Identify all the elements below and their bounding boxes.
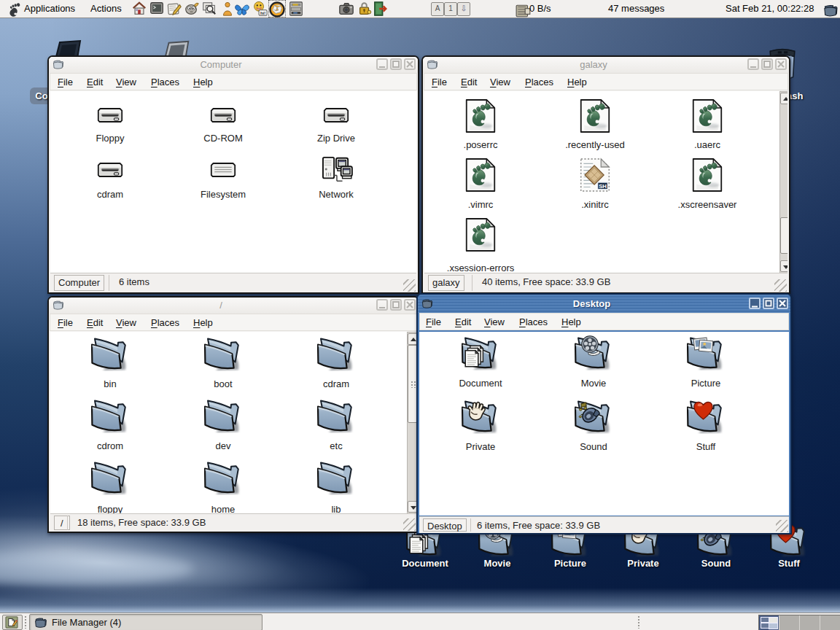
svg-text:hi!: hi! <box>260 11 265 15</box>
